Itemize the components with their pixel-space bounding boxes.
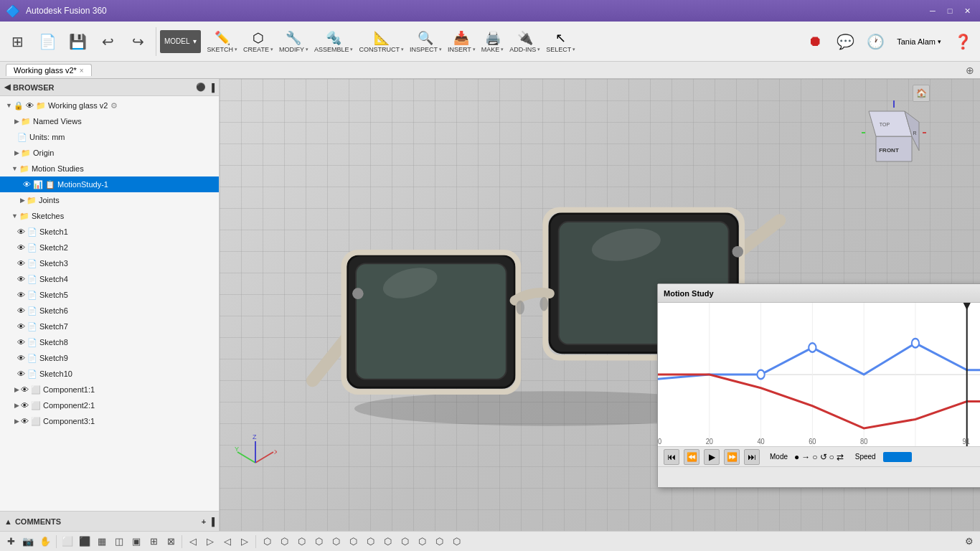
construct-menu[interactable]: 📐 CONSTRUCT ▾ [357, 24, 406, 59]
bottom-tool-2[interactable]: ⬛ [77, 534, 93, 550]
model-dropdown[interactable]: MODEL ▾ [160, 30, 201, 53]
tab-close-button[interactable]: × [80, 67, 84, 75]
minimize-button[interactable]: ─ [925, 4, 940, 18]
inspect-menu[interactable]: 🔍 INSPECT ▾ [407, 24, 444, 59]
comments-resize-icon[interactable]: ▐ [209, 517, 215, 526]
tree-item-sketch7[interactable]: 👁📄Sketch7 [0, 319, 219, 334]
bottom-snap-2[interactable]: ⬡ [276, 534, 292, 550]
bottom-snap-7[interactable]: ⬡ [362, 534, 378, 550]
play-next-button[interactable]: ⏩ [724, 449, 740, 465]
bottom-tool-4[interactable]: ◫ [111, 534, 127, 550]
play-end-button[interactable]: ⏭ [744, 449, 760, 465]
bottom-snap-1[interactable]: ⬡ [259, 534, 275, 550]
play-start-button[interactable]: ⏮ [664, 449, 679, 465]
settings-button[interactable]: ⚙ [961, 534, 977, 550]
bottom-tool-8[interactable]: ◁ [185, 534, 201, 550]
bottom-tool-11[interactable]: ▷ [237, 534, 253, 550]
bottom-snap-12[interactable]: ⬡ [448, 534, 464, 550]
assemble-menu[interactable]: 🔩 ASSEMBLE ▾ [312, 24, 356, 59]
mode-ping-radio[interactable]: ○ [829, 452, 834, 462]
pan-button[interactable]: ✋ [37, 534, 53, 550]
origin-arrow[interactable]: ▶ [14, 149, 19, 156]
motion-study-header[interactable]: Motion Study × [658, 284, 980, 303]
save-button[interactable]: 💾 [63, 24, 92, 59]
bottom-tool-6[interactable]: ⊞ [146, 534, 161, 550]
play-button[interactable]: ▶ [704, 449, 720, 465]
tree-item-named-views[interactable]: ▶ 📁 Named Views [0, 113, 219, 129]
viewport[interactable]: X Y Z 🏠 FRONT TOP R [220, 79, 980, 531]
user-menu[interactable]: Tania Alam ▾ [891, 37, 947, 46]
bottom-tool-5[interactable]: ▣ [128, 534, 144, 550]
tree-item-sketch10[interactable]: 👁📄Sketch10 [0, 366, 219, 382]
move-tool-button[interactable]: ✚ [3, 534, 19, 550]
mode-loop-radio[interactable]: ○ [812, 452, 817, 462]
motion-studies-arrow[interactable]: ▼ [11, 165, 18, 172]
viewcube-container[interactable]: FRONT TOP R [862, 100, 926, 167]
tree-item-sketch5[interactable]: 👁📄Sketch5 [0, 287, 219, 303]
tree-item-origin[interactable]: ▶ 📁 Origin [0, 145, 219, 161]
tree-root[interactable]: ▼ 🔒 👁 📁 Working glass v2 ⚙ [0, 98, 219, 113]
component3-arrow[interactable]: ▶ [14, 418, 19, 425]
tree-item-units[interactable]: 📄 Units: mm [0, 129, 219, 145]
browser-search-icon[interactable]: ⚫ [196, 83, 206, 92]
make-menu[interactable]: 🖨️ MAKE ▾ [479, 24, 507, 59]
comments-bar[interactable]: ▲ COMMENTS + ▐ [0, 511, 219, 531]
insert-menu[interactable]: 📥 INSERT ▾ [446, 24, 478, 59]
create-menu[interactable]: ⬡ CREATE ▾ [241, 24, 275, 59]
mode-one-way-radio[interactable]: ● [794, 452, 799, 462]
clock-button[interactable]: 🕐 [861, 24, 890, 59]
record-button[interactable]: ⏺ [801, 24, 829, 59]
tree-item-motion-study-1[interactable]: 👁 📊 📋 MotionStudy-1 [0, 176, 219, 192]
addins-menu[interactable]: 🔌 ADD-INS ▾ [507, 24, 542, 59]
maximize-button[interactable]: □ [943, 4, 957, 18]
tree-item-sketch3[interactable]: 👁📄Sketch3 [0, 255, 219, 271]
tree-item-sketch9[interactable]: 👁📄Sketch9 [0, 350, 219, 366]
sketches-arrow[interactable]: ▼ [11, 212, 18, 220]
bottom-snap-3[interactable]: ⬡ [293, 534, 309, 550]
browser-expand-icon[interactable]: ▐ [209, 83, 215, 92]
bottom-tool-7[interactable]: ⊠ [163, 534, 179, 550]
tree-item-sketches[interactable]: ▼ 📁 Sketches [0, 208, 219, 224]
browser-collapse-icon[interactable]: ◀ [4, 83, 10, 92]
close-button[interactable]: ✕ [960, 4, 974, 18]
bottom-snap-11[interactable]: ⬡ [431, 534, 447, 550]
play-prev-button[interactable]: ⏪ [684, 449, 699, 465]
comment-button[interactable]: 💬 [831, 24, 859, 59]
help-button[interactable]: ❓ [948, 24, 977, 59]
new-button[interactable]: 📄 [33, 24, 62, 59]
apps-button[interactable]: ⊞ [3, 24, 32, 59]
bottom-tool-3[interactable]: ▦ [94, 534, 110, 550]
joints-arrow[interactable]: ▶ [20, 197, 25, 204]
tree-item-sketch8[interactable]: 👁📄Sketch8 [0, 334, 219, 350]
bottom-tool-1[interactable]: ⬜ [60, 534, 75, 550]
tree-item-component3[interactable]: ▶ 👁 ⬜ Component3:1 [0, 413, 219, 429]
camera-button[interactable]: 📷 [20, 534, 36, 550]
select-menu[interactable]: ↖ SELECT ▾ [544, 24, 578, 59]
component1-arrow[interactable]: ▶ [14, 386, 19, 393]
tree-item-component1[interactable]: ▶ 👁 ⬜ Component1:1 [0, 382, 219, 397]
undo-button[interactable]: ↩ [93, 24, 122, 59]
bottom-tool-10[interactable]: ◁ [220, 534, 235, 550]
bottom-snap-6[interactable]: ⬡ [345, 534, 361, 550]
sketch-menu[interactable]: ✏️ SKETCH ▾ [205, 24, 240, 59]
root-collapse-arrow[interactable]: ▼ [6, 102, 12, 109]
active-tab[interactable]: Working glass v2* × [6, 64, 92, 76]
bottom-snap-10[interactable]: ⬡ [414, 534, 430, 550]
redo-button[interactable]: ↪ [123, 24, 152, 59]
bottom-snap-8[interactable]: ⬡ [380, 534, 395, 550]
tree-item-joints[interactable]: ▶ 📁 Joints [0, 192, 219, 208]
tree-item-motion-studies[interactable]: ▼ 📁 Motion Studies [0, 161, 219, 176]
bottom-snap-9[interactable]: ⬡ [397, 534, 413, 550]
tree-item-sketch2[interactable]: 👁📄Sketch2 [0, 240, 219, 255]
comments-add-icon[interactable]: + [202, 517, 206, 526]
bottom-tool-9[interactable]: ▷ [202, 534, 218, 550]
modify-menu[interactable]: 🔧 MODIFY ▾ [277, 24, 311, 59]
home-button[interactable]: 🏠 [913, 85, 930, 102]
component2-arrow[interactable]: ▶ [14, 402, 19, 409]
tree-item-component2[interactable]: ▶ 👁 ⬜ Component2:1 [0, 397, 219, 413]
tree-item-sketch1[interactable]: 👁📄Sketch1 [0, 224, 219, 240]
named-views-arrow[interactable]: ▶ [14, 118, 19, 125]
tree-item-sketch4[interactable]: 👁📄Sketch4 [0, 271, 219, 287]
tree-item-sketch6[interactable]: 👁📄Sketch6 [0, 303, 219, 319]
maximize-view-button[interactable]: ⊕ [966, 65, 974, 76]
